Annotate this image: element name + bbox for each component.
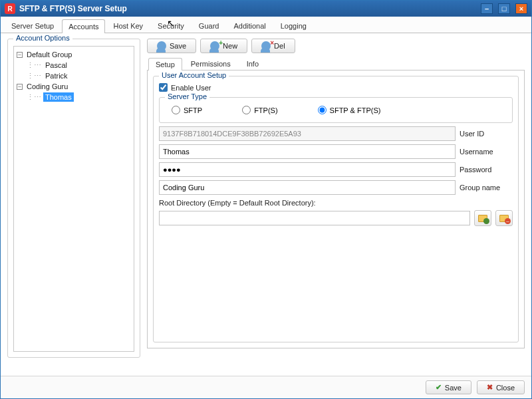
tree-label[interactable]: Thomas — [43, 92, 74, 102]
footer-close-button[interactable]: ✖ Close — [477, 380, 525, 394]
folder-add-icon — [478, 215, 487, 222]
tree-item-patrick[interactable]: ⋮⋯ Patrick — [17, 70, 131, 81]
app-icon: R — [5, 3, 15, 14]
tab-accounts[interactable]: Accounts — [62, 19, 105, 33]
group-name-label: Group name — [460, 184, 513, 192]
titlebar: R SFTP & FTP(S) Server Setup – □ × — [1, 1, 531, 17]
username-field[interactable] — [159, 144, 456, 159]
tree-label[interactable]: Pascal — [43, 61, 69, 70]
minimize-button[interactable]: – — [481, 3, 493, 14]
user-id-field — [159, 126, 456, 141]
button-label: Save — [170, 42, 186, 50]
radio-label: SFTP & FTP(S) — [330, 106, 381, 114]
tab-additional[interactable]: Additional — [227, 19, 272, 33]
del-button[interactable]: Del — [251, 39, 295, 53]
tree-item-pascal[interactable]: ⋮⋯ Pascal — [17, 60, 131, 70]
button-label: Del — [274, 42, 285, 50]
account-toolbar: Save New Del — [147, 39, 525, 53]
user-account-setup-fieldset: User Account Setup Enable User Server Ty… — [153, 76, 519, 342]
radio-input[interactable] — [318, 106, 327, 114]
sub-tabs: Setup Permissions Info — [147, 57, 525, 70]
root-dir-field[interactable] — [159, 211, 470, 225]
password-label: Password — [460, 166, 513, 174]
tab-logging[interactable]: Logging — [274, 19, 313, 33]
close-icon: ✖ — [487, 383, 493, 392]
clear-folder-button[interactable] — [495, 210, 513, 226]
tree-legend: Account Options — [13, 34, 72, 42]
enable-user-checkbox[interactable]: Enable User — [159, 83, 513, 92]
server-type-fieldset: Server Type SFTP FTP(S) — [159, 97, 513, 123]
browse-folder-button[interactable] — [474, 210, 491, 226]
button-label: Save — [445, 384, 462, 392]
account-setup-panel: User Account Setup Enable User Server Ty… — [147, 70, 525, 348]
radio-label: FTP(S) — [254, 106, 277, 114]
subtab-info[interactable]: Info — [239, 57, 266, 70]
user-save-icon — [157, 41, 166, 51]
user-id-label: User ID — [460, 130, 513, 138]
window-title: SFTP & FTP(S) Server Setup — [19, 4, 475, 13]
tree-item-thomas[interactable]: ⋮⋯ Thomas — [17, 92, 131, 102]
tab-security[interactable]: Security — [151, 19, 191, 33]
radio-ftps[interactable]: FTP(S) — [242, 106, 277, 114]
checkbox-label: Enable User — [171, 84, 211, 92]
subtab-permissions[interactable]: Permissions — [184, 57, 238, 70]
server-type-legend: Server Type — [165, 92, 209, 100]
tab-server-setup[interactable]: Server Setup — [5, 19, 61, 33]
new-button[interactable]: New — [200, 39, 247, 53]
tree-label[interactable]: Patrick — [43, 71, 70, 80]
radio-sftp[interactable]: SFTP — [172, 106, 202, 114]
radio-input[interactable] — [242, 106, 251, 114]
radio-input[interactable] — [172, 106, 180, 114]
expander-icon[interactable]: – — [17, 52, 23, 58]
radio-label: SFTP — [184, 106, 202, 114]
footer-save-button[interactable]: ✔ Save — [426, 380, 471, 394]
button-label: New — [223, 42, 237, 50]
username-label: Username — [460, 148, 513, 156]
save-button[interactable]: Save — [147, 39, 196, 53]
account-options-panel: Account Options – Default Group ⋮⋯ Pasca… — [7, 39, 140, 358]
dialog-footer: ✔ Save ✖ Close — [1, 376, 531, 398]
tree-group-coding-guru[interactable]: – Coding Guru — [17, 81, 131, 92]
radio-sftp-ftps[interactable]: SFTP & FTP(S) — [318, 106, 381, 114]
group-name-field[interactable] — [159, 180, 456, 195]
button-label: Close — [496, 384, 515, 392]
subtab-setup[interactable]: Setup — [148, 58, 182, 70]
enable-user-input[interactable] — [159, 83, 168, 92]
tab-host-key[interactable]: Host Key — [106, 19, 150, 33]
user-delete-icon — [261, 41, 271, 51]
main-tabs: Server Setup Accounts Host Key Security … — [1, 17, 531, 33]
maximize-button[interactable]: □ — [498, 3, 510, 14]
account-tree[interactable]: – Default Group ⋮⋯ Pascal ⋮⋯ Patrick – C… — [13, 46, 134, 352]
password-field[interactable] — [159, 162, 456, 177]
expander-icon[interactable]: – — [17, 84, 23, 90]
fieldset-legend: User Account Setup — [159, 71, 229, 79]
user-add-icon — [210, 41, 219, 51]
root-dir-label: Root Directory (Empty = Default Root Dir… — [159, 199, 513, 207]
tab-guard[interactable]: Guard — [192, 19, 226, 33]
tree-label[interactable]: Coding Guru — [25, 82, 70, 91]
tree-group-default[interactable]: – Default Group — [17, 49, 131, 60]
tree-label[interactable]: Default Group — [25, 50, 74, 59]
close-window-button[interactable]: × — [515, 3, 527, 14]
check-icon: ✔ — [436, 383, 442, 392]
folder-remove-icon — [499, 215, 509, 222]
